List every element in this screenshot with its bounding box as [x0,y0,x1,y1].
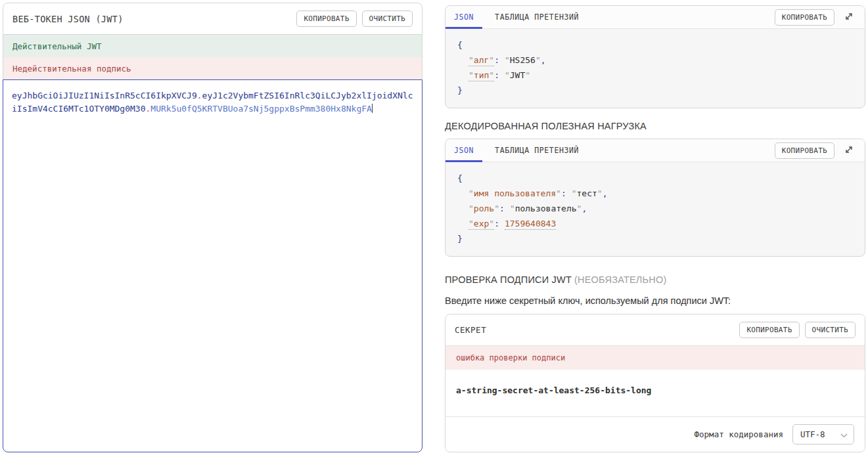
secret-panel: СЕКРЕТ КОПИРОВАТЬ ОЧИСТИТЬ ошибка провер… [445,314,865,452]
encoder-actions: КОПИРОВАТЬ ОЧИСТИТЬ [296,11,413,27]
optional-label: (НЕОБЯЗАТЕЛЬНО) [574,274,667,285]
decoded-payload-heading: ДЕКОДИРОВАННАЯ ПОЛЕЗНАЯ НАГРУЗКА [445,121,865,131]
decoded-payload-json: { "имя пользователя":"тест", "роль":"пол… [445,162,865,256]
json-close-brace: } [457,83,853,98]
encoding-format-value: UTF-8 [800,429,825,439]
decoder-column: JSON ТАБЛИЦА ПРЕТЕНЗИЙ КОПИРОВАТЬ [445,3,865,452]
secret-value: a-string-secret-at-least-256-bits-long [456,385,651,395]
expand-icon [844,11,854,24]
json-open-brace: { [457,37,853,53]
secret-header: СЕКРЕТ КОПИРОВАТЬ ОЧИСТИТЬ [445,314,865,346]
payload-claim-role: "роль":"пользователь", [457,201,853,216]
secret-footer: Формат кодирования UTF-8 [445,416,865,452]
encoder-header: ВЕБ-ТОКЕН JSON (JWT) КОПИРОВАТЬ ОЧИСТИТЬ [3,3,423,35]
text-cursor [372,104,373,113]
tab-claims-table[interactable]: ТАБЛИЦА ПРЕТЕНЗИЙ [486,139,587,162]
expand-payload-button[interactable] [841,142,857,160]
secret-actions: КОПИРОВАТЬ ОЧИСТИТЬ [739,322,856,338]
header-claim-typ: "тип":"JWT" [457,68,853,83]
clear-secret-button[interactable]: ОЧИСТИТЬ [805,322,856,338]
token-header-segment: eyJhbGciOiJIUzI1NiIsInR5cCI6IkpXVCJ9 [12,91,197,100]
decoded-payload-panel: JSON ТАБЛИЦА ПРЕТЕНЗИЙ КОПИРОВАТЬ [445,139,865,257]
expand-header-button[interactable] [841,9,857,26]
jwt-token-input[interactable]: eyJhbGciOiJIUzI1NiIsInR5cCI6IkpXVCJ9.eyJ… [3,79,423,452]
secret-input[interactable]: a-string-secret-at-least-256-bits-long [445,370,865,416]
decoded-header-tabs: JSON ТАБЛИЦА ПРЕТЕНЗИЙ КОПИРОВАТЬ [445,6,865,29]
copy-payload-button[interactable]: КОПИРОВАТЬ [775,142,834,159]
encoding-format-select[interactable]: UTF-8 [792,424,854,444]
invalid-signature-banner: Недействительная подпись [3,57,423,79]
decoded-payload-actions: КОПИРОВАТЬ [775,139,865,162]
clear-token-button[interactable]: ОЧИСТИТЬ [362,11,413,27]
copy-secret-button[interactable]: КОПИРОВАТЬ [739,322,799,338]
encoder-title: ВЕБ-ТОКЕН JSON (JWT) [12,14,124,24]
copy-token-button[interactable]: КОПИРОВАТЬ [296,11,356,27]
encoding-format-label: Формат кодирования [695,429,783,439]
valid-jwt-banner: Действительный JWT [3,35,423,57]
decoded-header-actions: КОПИРОВАТЬ [775,6,865,28]
jwt-debugger-page: ВЕБ-ТОКЕН JSON (JWT) КОПИРОВАТЬ ОЧИСТИТЬ… [0,0,868,455]
payload-claim-username: "имя пользователя":"тест", [457,186,853,201]
tab-json[interactable]: JSON [445,6,482,28]
json-close-brace: } [457,231,853,246]
tab-json[interactable]: JSON [445,139,482,162]
json-open-brace: { [457,171,853,186]
decoded-header-panel: JSON ТАБЛИЦА ПРЕТЕНЗИЙ КОПИРОВАТЬ [445,5,865,108]
payload-claim-exp: "exp":1759640843 [457,216,853,231]
decoded-payload-tabs: JSON ТАБЛИЦА ПРЕТЕНЗИЙ КОПИРОВАТЬ [445,139,865,162]
secret-instruction: Введите ниже секретный ключ, используемы… [445,295,865,306]
copy-header-button[interactable]: КОПИРОВАТЬ [775,9,834,26]
header-claim-alg: "алг":"HS256", [457,53,853,68]
token-signature-segment: MURk5u0fQ5KRTVBUoa7sNj5gppxBsPmm380Hx8Nk… [150,104,372,114]
token-separator: . [197,91,202,100]
tab-claims-table[interactable]: ТАБЛИЦА ПРЕТЕНЗИЙ [486,6,587,28]
chevron-down-icon [840,429,848,441]
secret-title: СЕКРЕТ [455,325,486,335]
token-encoder-panel: ВЕБ-ТОКЕН JSON (JWT) КОПИРОВАТЬ ОЧИСТИТЬ… [3,3,423,452]
decoded-header-json: { "алг":"HS256", "тип":"JWT" } [445,29,865,108]
expand-icon [844,144,854,157]
verify-signature-heading: ПРОВЕРКА ПОДПИСИ JWT (НЕОБЯЗАТЕЛЬНО) [445,274,865,285]
signature-verification-error-banner: ошибка проверки подписи [445,346,865,370]
